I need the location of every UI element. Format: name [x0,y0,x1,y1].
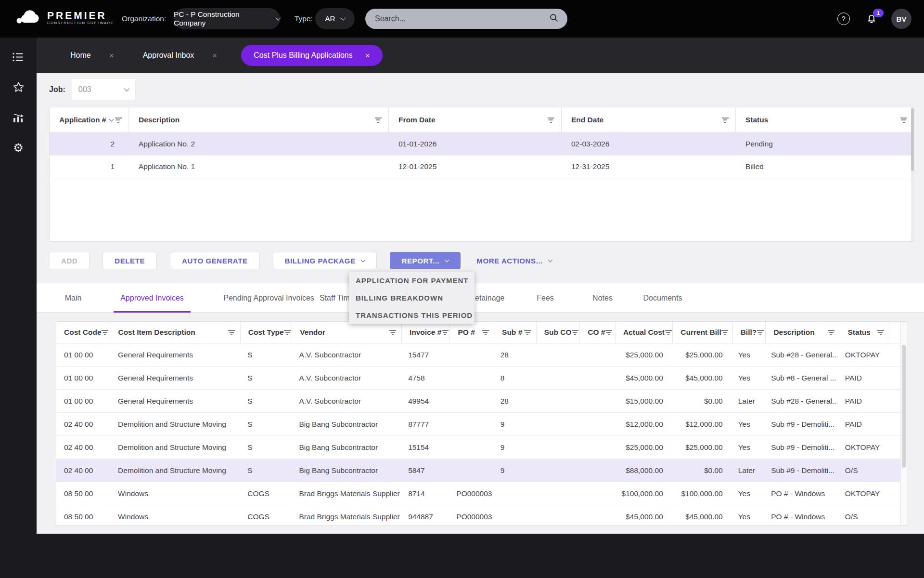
filter-icon[interactable] [389,330,397,335]
cell-cost-code: 02 40 00 [56,413,110,435]
column-cost-code[interactable]: Cost Code [56,322,110,343]
filter-icon[interactable] [547,118,554,123]
filter-icon[interactable] [900,118,907,123]
scrollbar-thumb[interactable] [911,108,914,171]
column-invoice-no[interactable]: Invoice # [402,322,450,343]
column-description[interactable]: Description [766,322,840,343]
column-co-no[interactable]: CO # [580,322,616,343]
analytics-chart-icon[interactable] [12,111,25,124]
filter-icon[interactable] [482,330,489,335]
filter-icon[interactable] [721,330,729,335]
filter-icon[interactable] [665,330,672,335]
job-select[interactable]: 003 [71,79,136,100]
menu-item-billing-breakdown[interactable]: BILLING BREAKDOWN [349,289,475,306]
tab-home-label: Home [70,51,91,60]
filter-icon[interactable] [721,118,729,123]
column-po-no[interactable]: PO # [450,322,494,343]
column-cost-item-description[interactable]: Cost Item Description [110,322,240,343]
filter-icon[interactable] [571,330,578,335]
menu-item-transactions-this-period[interactable]: TRANSACTIONS THIS PERIOD [349,306,475,324]
tab-home[interactable]: Home × [65,51,119,60]
column-from-date[interactable]: From Date [389,107,562,132]
filter-icon[interactable] [102,330,109,335]
cell-cost-code: 01 00 00 [56,367,110,389]
column-sub-co[interactable]: Sub CO [537,322,580,343]
column-application-no[interactable]: Application # [50,107,129,132]
table-row[interactable]: 01 00 00 General Requirements S A.V. Sub… [56,390,902,413]
column-current-bill[interactable]: Current Bill [673,322,732,343]
auto-generate-button[interactable]: AUTO GENERATE [170,252,259,269]
close-icon[interactable]: × [212,52,217,60]
tab-documents[interactable]: Documents [642,283,683,313]
report-button[interactable]: REPORT... [390,252,461,269]
filter-icon[interactable] [877,330,884,335]
tab-cost-plus-billing-applications[interactable]: Cost Plus Billing Applications × [241,45,382,66]
filter-icon[interactable] [757,330,764,335]
filter-icon[interactable] [605,330,612,335]
column-sub-no[interactable]: Sub # [494,322,537,343]
add-button[interactable]: ADD [49,252,90,269]
column-vendor[interactable]: Vendor [292,322,402,343]
favorites-star-icon[interactable] [12,81,25,93]
cell-vendor: A.V. Subcontractor [291,390,400,412]
search-bar[interactable] [365,9,567,29]
settings-gear-icon[interactable]: ⚙ [12,142,25,154]
vertical-scrollbar[interactable] [900,322,907,525]
type-select[interactable]: AR [315,8,355,29]
column-status[interactable]: Status [840,322,890,343]
filter-icon[interactable] [374,118,382,123]
table-row[interactable]: 01 00 00 General Requirements S A.V. Sub… [56,367,902,390]
table-row[interactable]: 08 50 00 Windows COGS Brad Briggs Materi… [56,482,902,505]
table-row[interactable]: 08 50 00 Windows COGS Brad Briggs Materi… [56,505,902,525]
column-end-date[interactable]: End Date [562,107,736,132]
table-row[interactable]: 1 Application No. 1 12-01-2025 12-31-202… [50,156,914,178]
list-menu-icon[interactable] [12,51,25,63]
close-icon[interactable]: × [109,52,114,60]
sort-chevron-icon[interactable] [109,117,114,122]
search-input[interactable] [374,14,549,24]
column-bill[interactable]: Bill? [733,322,766,343]
table-row[interactable]: 02 40 00 Demolition and Structure Moving… [56,436,902,459]
column-status[interactable]: Status [736,107,914,132]
tab-retainage[interactable]: etainage [475,283,509,313]
menu-item-application-for-payment[interactable]: APPLICATION FOR PAYMENT [349,272,475,289]
filter-icon[interactable] [524,330,531,335]
column-actual-cost[interactable]: Actual Cost [616,322,673,343]
tab-fees[interactable]: Fees [527,283,564,313]
brand-tagline: CONSTRUCTION SOFTWARE [47,21,114,25]
more-actions-button[interactable]: MORE ACTIONS... [474,252,555,269]
column-description[interactable]: Description [129,107,389,132]
cell-vendor: Brad Briggs Materials Supplier [291,482,400,505]
help-icon[interactable]: ? [837,13,850,25]
close-icon[interactable]: × [365,52,370,60]
delete-button[interactable]: DELETE [103,252,157,269]
cell-status: OKTOPAY [837,436,886,459]
cell-vendor: Big Bang Subcontractor [291,459,400,482]
filter-icon[interactable] [828,330,835,335]
tab-staff-time[interactable]: Staff Tim [320,283,353,313]
column-cost-type[interactable]: Cost Type [241,322,292,343]
filter-icon[interactable] [115,118,122,123]
tab-approved-invoices[interactable]: Approved Invoices [114,283,191,313]
scrollbar-thumb[interactable] [902,345,906,468]
vertical-scrollbar[interactable] [911,107,914,241]
billing-package-button[interactable]: BILLING PACKAGE [273,252,377,269]
tab-approval-inbox[interactable]: Approval Inbox × [138,51,222,60]
avatar[interactable]: BV [891,9,911,29]
table-row[interactable]: 2 Application No. 2 01-01-2026 02-03-202… [50,133,914,156]
organization-select[interactable]: PC - P Construction Company [174,8,280,29]
search-icon[interactable] [549,13,559,25]
cell-co [578,505,614,525]
filter-icon[interactable] [228,330,235,335]
tab-main[interactable]: Main [54,283,92,313]
cell-co [578,390,614,412]
table-row-selected[interactable]: 02 40 00 Demolition and Structure Moving… [56,459,902,482]
filter-icon[interactable] [284,330,291,335]
notifications-bell-icon[interactable]: 1 [865,12,880,26]
table-row[interactable]: 01 00 00 General Requirements S A.V. Sub… [56,343,902,367]
filter-icon[interactable] [441,330,449,335]
tab-notes[interactable]: Notes [584,283,621,313]
table-row[interactable]: 02 40 00 Demolition and Structure Moving… [56,413,902,436]
tab-pending-approval-invoices[interactable]: Pending Approval Invoices [212,283,325,313]
chevron-down-icon [360,258,365,263]
